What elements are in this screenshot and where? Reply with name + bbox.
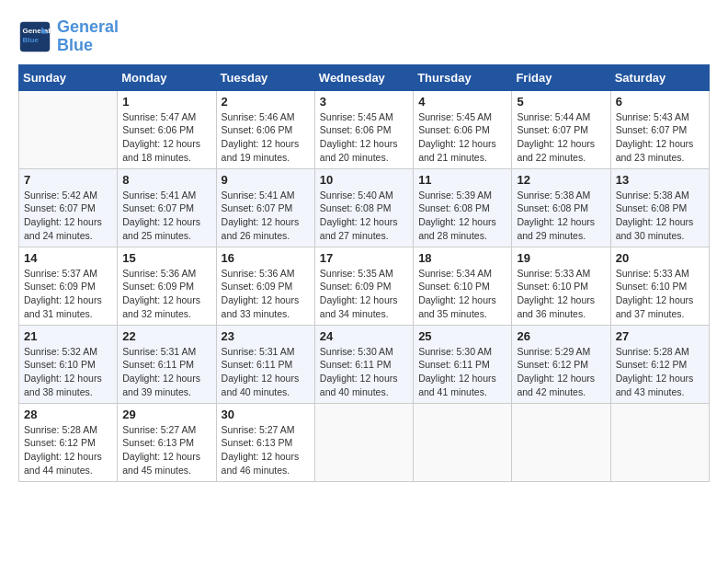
header: General Blue General Blue: [18, 18, 710, 55]
day-number: 9: [222, 173, 310, 187]
calendar-cell: 23Sunrise: 5:31 AM Sunset: 6:11 PM Dayli…: [216, 325, 314, 403]
calendar-cell: [314, 403, 413, 481]
day-info: Sunrise: 5:28 AM Sunset: 6:12 PM Dayligh…: [24, 423, 112, 477]
day-info: Sunrise: 5:42 AM Sunset: 6:07 PM Dayligh…: [24, 189, 112, 243]
day-number: 13: [616, 173, 704, 187]
week-row-4: 21Sunrise: 5:32 AM Sunset: 6:10 PM Dayli…: [19, 325, 710, 403]
day-info: Sunrise: 5:36 AM Sunset: 6:09 PM Dayligh…: [122, 267, 210, 321]
day-number: 2: [222, 95, 310, 109]
day-info: Sunrise: 5:45 AM Sunset: 6:06 PM Dayligh…: [418, 110, 506, 165]
day-info: Sunrise: 5:27 AM Sunset: 6:13 PM Dayligh…: [122, 423, 210, 477]
day-number: 22: [122, 329, 210, 343]
day-number: 24: [320, 329, 408, 343]
day-number: 26: [517, 329, 605, 343]
calendar-cell: 19Sunrise: 5:33 AM Sunset: 6:10 PM Dayli…: [512, 247, 610, 325]
calendar-cell: [414, 403, 512, 481]
calendar-cell: 20Sunrise: 5:33 AM Sunset: 6:10 PM Dayli…: [610, 247, 709, 325]
calendar-cell: 16Sunrise: 5:36 AM Sunset: 6:09 PM Dayli…: [216, 247, 314, 325]
svg-text:General: General: [23, 27, 51, 35]
day-number: 12: [517, 173, 605, 187]
column-header-thursday: Thursday: [414, 64, 512, 90]
day-number: 16: [222, 251, 310, 265]
day-info: Sunrise: 5:28 AM Sunset: 6:12 PM Dayligh…: [616, 345, 704, 399]
day-info: Sunrise: 5:41 AM Sunset: 6:07 PM Dayligh…: [122, 189, 210, 243]
column-header-wednesday: Wednesday: [314, 64, 413, 90]
day-number: 30: [222, 408, 310, 421]
day-number: 8: [122, 173, 210, 187]
calendar-cell: 9Sunrise: 5:41 AM Sunset: 6:07 PM Daylig…: [216, 168, 314, 247]
logo-icon: General Blue: [18, 20, 51, 53]
day-number: 28: [24, 408, 112, 421]
calendar-cell: 29Sunrise: 5:27 AM Sunset: 6:13 PM Dayli…: [118, 403, 216, 481]
calendar-cell: 17Sunrise: 5:35 AM Sunset: 6:09 PM Dayli…: [314, 247, 413, 325]
day-number: 6: [616, 95, 704, 109]
calendar-cell: 12Sunrise: 5:38 AM Sunset: 6:08 PM Dayli…: [512, 168, 610, 247]
calendar-cell: [19, 90, 118, 168]
day-number: 4: [418, 95, 506, 109]
calendar-cell: 7Sunrise: 5:42 AM Sunset: 6:07 PM Daylig…: [19, 168, 118, 247]
day-info: Sunrise: 5:38 AM Sunset: 6:08 PM Dayligh…: [517, 189, 605, 243]
day-number: 20: [616, 251, 704, 265]
calendar-cell: 15Sunrise: 5:36 AM Sunset: 6:09 PM Dayli…: [118, 247, 216, 325]
calendar-cell: 24Sunrise: 5:30 AM Sunset: 6:11 PM Dayli…: [314, 325, 413, 403]
day-number: 14: [24, 251, 112, 265]
day-number: 21: [24, 329, 112, 343]
day-number: 17: [320, 251, 408, 265]
week-row-3: 14Sunrise: 5:37 AM Sunset: 6:09 PM Dayli…: [19, 247, 710, 325]
day-info: Sunrise: 5:34 AM Sunset: 6:10 PM Dayligh…: [418, 267, 506, 321]
day-number: 7: [24, 173, 112, 187]
calendar-cell: 22Sunrise: 5:31 AM Sunset: 6:11 PM Dayli…: [118, 325, 216, 403]
week-row-1: 1Sunrise: 5:47 AM Sunset: 6:06 PM Daylig…: [19, 90, 710, 168]
day-info: Sunrise: 5:46 AM Sunset: 6:06 PM Dayligh…: [222, 110, 310, 165]
calendar-cell: 13Sunrise: 5:38 AM Sunset: 6:08 PM Dayli…: [610, 168, 709, 247]
day-number: 3: [320, 95, 408, 109]
day-number: 18: [418, 251, 506, 265]
svg-text:Blue: Blue: [23, 36, 40, 44]
day-number: 25: [418, 329, 506, 343]
calendar-body: 1Sunrise: 5:47 AM Sunset: 6:06 PM Daylig…: [19, 90, 710, 481]
column-header-sunday: Sunday: [19, 64, 118, 90]
day-info: Sunrise: 5:43 AM Sunset: 6:07 PM Dayligh…: [616, 110, 704, 165]
calendar-table: SundayMondayTuesdayWednesdayThursdayFrid…: [18, 64, 710, 482]
calendar-cell: 10Sunrise: 5:40 AM Sunset: 6:08 PM Dayli…: [314, 168, 413, 247]
day-info: Sunrise: 5:30 AM Sunset: 6:11 PM Dayligh…: [320, 345, 408, 399]
calendar-cell: 26Sunrise: 5:29 AM Sunset: 6:12 PM Dayli…: [512, 325, 610, 403]
calendar-cell: 14Sunrise: 5:37 AM Sunset: 6:09 PM Dayli…: [19, 247, 118, 325]
day-info: Sunrise: 5:38 AM Sunset: 6:08 PM Dayligh…: [616, 189, 704, 243]
logo-text: General Blue: [57, 18, 119, 55]
day-info: Sunrise: 5:47 AM Sunset: 6:06 PM Dayligh…: [122, 110, 210, 165]
day-info: Sunrise: 5:30 AM Sunset: 6:11 PM Dayligh…: [418, 345, 506, 399]
day-number: 27: [616, 329, 704, 343]
day-number: 5: [517, 95, 605, 109]
calendar-cell: 3Sunrise: 5:45 AM Sunset: 6:06 PM Daylig…: [314, 90, 413, 168]
day-info: Sunrise: 5:32 AM Sunset: 6:10 PM Dayligh…: [24, 345, 112, 399]
calendar-cell: [610, 403, 709, 481]
day-info: Sunrise: 5:39 AM Sunset: 6:08 PM Dayligh…: [418, 189, 506, 243]
day-info: Sunrise: 5:41 AM Sunset: 6:07 PM Dayligh…: [222, 189, 310, 243]
day-info: Sunrise: 5:33 AM Sunset: 6:10 PM Dayligh…: [517, 267, 605, 321]
day-number: 11: [418, 173, 506, 187]
calendar-cell: 5Sunrise: 5:44 AM Sunset: 6:07 PM Daylig…: [512, 90, 610, 168]
calendar-cell: 4Sunrise: 5:45 AM Sunset: 6:06 PM Daylig…: [414, 90, 512, 168]
calendar-cell: 18Sunrise: 5:34 AM Sunset: 6:10 PM Dayli…: [414, 247, 512, 325]
day-info: Sunrise: 5:31 AM Sunset: 6:11 PM Dayligh…: [122, 345, 210, 399]
day-info: Sunrise: 5:33 AM Sunset: 6:10 PM Dayligh…: [616, 267, 704, 321]
column-header-tuesday: Tuesday: [216, 64, 314, 90]
day-info: Sunrise: 5:45 AM Sunset: 6:06 PM Dayligh…: [320, 110, 408, 165]
day-info: Sunrise: 5:37 AM Sunset: 6:09 PM Dayligh…: [24, 267, 112, 321]
calendar-cell: 1Sunrise: 5:47 AM Sunset: 6:06 PM Daylig…: [118, 90, 216, 168]
calendar-cell: 2Sunrise: 5:46 AM Sunset: 6:06 PM Daylig…: [216, 90, 314, 168]
calendar-cell: 8Sunrise: 5:41 AM Sunset: 6:07 PM Daylig…: [118, 168, 216, 247]
day-number: 1: [122, 95, 210, 109]
day-number: 23: [222, 329, 310, 343]
calendar-cell: 28Sunrise: 5:28 AM Sunset: 6:12 PM Dayli…: [19, 403, 118, 481]
calendar-cell: 30Sunrise: 5:27 AM Sunset: 6:13 PM Dayli…: [216, 403, 314, 481]
day-info: Sunrise: 5:35 AM Sunset: 6:09 PM Dayligh…: [320, 267, 408, 321]
day-info: Sunrise: 5:27 AM Sunset: 6:13 PM Dayligh…: [222, 423, 310, 477]
week-row-2: 7Sunrise: 5:42 AM Sunset: 6:07 PM Daylig…: [19, 168, 710, 247]
day-info: Sunrise: 5:44 AM Sunset: 6:07 PM Dayligh…: [517, 110, 605, 165]
day-number: 29: [122, 408, 210, 421]
calendar-cell: 25Sunrise: 5:30 AM Sunset: 6:11 PM Dayli…: [414, 325, 512, 403]
calendar-cell: 6Sunrise: 5:43 AM Sunset: 6:07 PM Daylig…: [610, 90, 709, 168]
day-number: 10: [320, 173, 408, 187]
